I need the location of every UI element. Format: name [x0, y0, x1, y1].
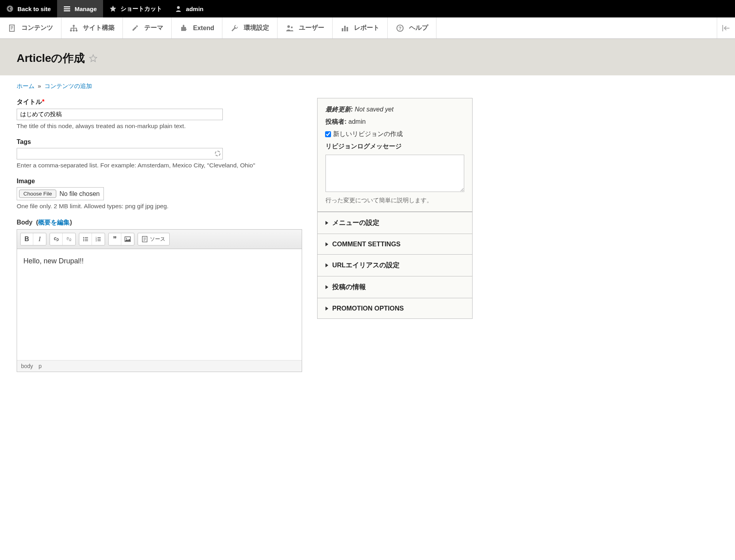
section-comment[interactable]: COMMENT SETTINGS [318, 234, 472, 254]
svg-point-8 [73, 29, 75, 31]
caret-icon [325, 242, 328, 246]
nav-config[interactable]: 環境設定 [222, 17, 278, 38]
new-revision-checkbox-label[interactable]: 新しいリビジョンの作成 [325, 130, 464, 138]
extend-icon [180, 24, 188, 33]
source-button[interactable]: ソース [138, 233, 169, 245]
italic-button[interactable]: I [33, 233, 46, 245]
breadcrumb: ホーム » コンテンツの追加 [0, 75, 735, 95]
nav-extend[interactable]: Extend [172, 17, 222, 38]
breadcrumb-add[interactable]: コンテンツの追加 [44, 82, 92, 89]
help-icon: ? [396, 24, 404, 33]
title-input[interactable] [17, 109, 223, 120]
sidebar: 最終更新: Not saved yet 投稿者: admin 新しいリビジョンの… [317, 98, 473, 319]
svg-point-9 [76, 29, 78, 31]
file-input-wrapper: Choose File No file chosen [17, 187, 104, 200]
section-menu[interactable]: メニューの設定 [318, 212, 472, 234]
section-authoring[interactable]: 投稿の情報 [318, 276, 472, 298]
revision-info-box: 最終更新: Not saved yet 投稿者: admin 新しいリビジョンの… [317, 98, 473, 212]
back-arrow-icon [6, 5, 13, 12]
favorite-star-icon[interactable] [89, 54, 98, 63]
structure-icon [69, 24, 78, 33]
svg-point-20 [83, 240, 84, 242]
link-button[interactable] [50, 233, 63, 245]
svg-text:3: 3 [96, 240, 97, 242]
blockquote-button[interactable]: ❞ [109, 233, 121, 245]
manage-tab[interactable]: Manage [57, 0, 103, 17]
ol-icon: 123 [95, 236, 101, 242]
nav-reports[interactable]: レポート [333, 17, 388, 38]
title-desc: The title of this node, always treated a… [17, 123, 302, 130]
section-promotion[interactable]: PROMOTION OPTIONS [318, 298, 472, 318]
edit-summary-link[interactable]: 概要を編集 [38, 219, 70, 226]
tags-label: Tags [17, 138, 302, 146]
body-field: Body (概要を編集) B I 123 [17, 219, 302, 372]
nav-structure[interactable]: サイト構築 [61, 17, 123, 38]
user-icon [175, 5, 182, 12]
svg-point-10 [287, 25, 290, 27]
choose-file-button[interactable]: Choose File [19, 190, 56, 198]
svg-point-4 [177, 6, 180, 9]
svg-point-19 [83, 239, 84, 240]
new-revision-checkbox[interactable] [325, 131, 331, 137]
revision-log-textarea[interactable] [325, 155, 464, 192]
revision-help-text: 行った変更について簡単に説明します。 [325, 197, 464, 204]
tags-field: Tags Enter a comma-separated list. For e… [17, 138, 302, 169]
svg-point-0 [7, 6, 13, 12]
rich-text-editor: B I 123 ❞ [17, 229, 302, 372]
nav-appearance[interactable]: テーマ [123, 17, 172, 38]
manage-label: Manage [75, 6, 97, 12]
image-field: Image Choose File No file chosen One fil… [17, 178, 302, 210]
source-icon [142, 236, 147, 242]
last-saved-row: 最終更新: Not saved yet [325, 105, 464, 114]
svg-rect-1 [64, 6, 70, 8]
caret-icon [325, 285, 328, 289]
section-url-alias[interactable]: URLエイリアスの設定 [318, 254, 472, 276]
image-icon [124, 236, 131, 242]
reports-icon [341, 24, 349, 33]
nav-content[interactable]: コンテンツ [0, 17, 61, 38]
svg-point-11 [291, 26, 293, 28]
shortcuts-tab[interactable]: ショートカット [103, 0, 168, 17]
image-button[interactable] [121, 233, 134, 245]
collapse-toolbar-button[interactable] [717, 17, 735, 38]
star-icon [109, 5, 117, 12]
user-tab[interactable]: admin [168, 0, 210, 17]
content-icon [8, 24, 17, 33]
back-to-site-link[interactable]: Back to site [0, 0, 57, 17]
svg-rect-14 [346, 27, 348, 31]
shortcuts-label: ショートカット [121, 5, 162, 13]
tags-desc: Enter a comma-separated list. For exampl… [17, 162, 302, 169]
path-p[interactable]: p [38, 363, 42, 369]
nav-help[interactable]: ? ヘルプ [388, 17, 436, 38]
page-titlebar: Articleの作成 [0, 39, 735, 75]
svg-rect-2 [64, 8, 70, 10]
image-label: Image [17, 178, 302, 185]
page-title: Articleの作成 [17, 51, 718, 66]
bullet-list-button[interactable] [79, 233, 92, 245]
autocomplete-spinner-icon [215, 151, 220, 156]
svg-point-7 [70, 29, 72, 31]
svg-point-6 [73, 25, 75, 27]
main-form: タイトル* The title of this node, always tre… [17, 98, 302, 381]
editor-body[interactable]: Hello, new Drupal!! [17, 249, 302, 360]
path-body[interactable]: body [21, 363, 33, 369]
numbered-list-button[interactable]: 123 [92, 233, 105, 245]
new-revision-row: 新しいリビジョンの作成 [325, 130, 464, 138]
sidebar-accordion: メニューの設定 COMMENT SETTINGS URLエイリアスの設定 投稿の… [317, 212, 473, 319]
image-desc: One file only. 2 MB limit. Allowed types… [17, 203, 302, 210]
nav-people[interactable]: ユーザー [278, 17, 333, 38]
caret-icon [325, 263, 328, 267]
revision-log-label: リビジョンログメッセージ [325, 142, 464, 151]
title-label: タイトル* [17, 98, 302, 106]
people-icon [285, 24, 294, 33]
unlink-button[interactable] [63, 233, 75, 245]
svg-rect-17 [722, 25, 723, 31]
svg-text:?: ? [399, 25, 402, 31]
bold-button[interactable]: B [21, 233, 33, 245]
svg-rect-12 [342, 28, 343, 31]
breadcrumb-home[interactable]: ホーム [17, 82, 34, 89]
caret-icon [325, 221, 328, 225]
editor-elements-path: body p [17, 360, 302, 372]
tags-input[interactable] [17, 148, 223, 159]
author-row: 投稿者: admin [325, 118, 464, 126]
